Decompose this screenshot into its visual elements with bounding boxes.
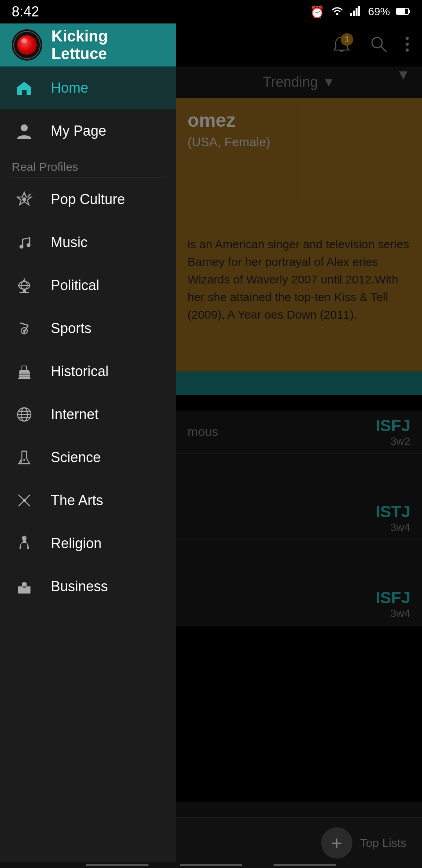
political-label: Political [51, 277, 99, 294]
historical-label: Historical [51, 363, 109, 380]
internet-label: Internet [51, 406, 98, 423]
status-bar: 8:42 ⏰ 69% [0, 0, 422, 23]
sidebar-item-business[interactable]: Business [0, 565, 176, 608]
nav-indicator-1 [86, 864, 148, 866]
bottom-nav-bar [0, 862, 422, 868]
pop-culture-label: Pop Culture [51, 191, 125, 208]
nav-indicator-3 [274, 864, 336, 866]
internet-icon [12, 402, 37, 427]
sports-icon [12, 316, 37, 341]
svg-rect-31 [19, 371, 30, 378]
status-icons: ⏰ 69% [310, 5, 410, 19]
svg-point-45 [23, 459, 25, 461]
sidebar-item-internet[interactable]: Internet [0, 393, 176, 436]
svg-rect-7 [397, 9, 405, 14]
svg-rect-3 [356, 8, 358, 16]
svg-line-27 [20, 323, 28, 325]
sidebar-item-political[interactable]: Political [0, 264, 176, 307]
status-time: 8:42 [12, 4, 39, 20]
sidebar-item-the-arts[interactable]: The Arts [0, 479, 176, 522]
sidebar-item-pop-culture[interactable]: Pop Culture [0, 178, 176, 221]
home-label: Home [51, 80, 88, 96]
business-icon [12, 574, 37, 599]
svg-point-48 [23, 499, 26, 502]
real-profiles-section: Real Profiles [0, 152, 176, 178]
music-icon [12, 230, 37, 255]
religion-icon [12, 531, 37, 556]
pop-culture-icon [12, 187, 37, 212]
the-arts-label: The Arts [51, 492, 103, 509]
svg-rect-52 [23, 586, 26, 588]
svg-rect-4 [358, 6, 360, 16]
business-label: Business [51, 578, 108, 595]
svg-point-19 [27, 243, 30, 247]
my-page-label: My Page [51, 123, 106, 139]
svg-point-18 [20, 245, 23, 249]
my-page-icon [12, 118, 37, 143]
svg-rect-2 [353, 11, 355, 16]
svg-point-0 [336, 13, 338, 15]
nav-indicator-2 [180, 864, 242, 866]
svg-point-13 [21, 124, 28, 131]
sidebar-item-home[interactable]: Home [0, 66, 176, 109]
signal-icon [350, 5, 362, 19]
historical-icon [12, 359, 37, 384]
wifi-icon [331, 5, 344, 19]
svg-rect-21 [20, 292, 29, 293]
religion-label: Religion [51, 535, 102, 552]
sidebar-item-sports[interactable]: Sports [0, 307, 176, 350]
sidebar-item-science[interactable]: Science [0, 436, 176, 479]
battery-text: 69% [368, 5, 390, 18]
svg-point-44 [20, 460, 22, 463]
political-icon [12, 273, 37, 298]
alarm-icon: ⏰ [310, 5, 324, 19]
navigation-drawer: Kicking Lettuce Home My Page Real Profil… [0, 23, 176, 868]
svg-rect-1 [350, 13, 352, 16]
sports-label: Sports [51, 320, 91, 337]
svg-point-15 [22, 197, 26, 201]
music-label: Music [51, 234, 88, 251]
the-arts-icon [12, 488, 37, 513]
svg-point-30 [23, 330, 25, 332]
sidebar-item-my-page[interactable]: My Page [0, 109, 176, 152]
home-icon [12, 75, 37, 100]
battery-icon [396, 5, 410, 18]
sidebar-item-religion[interactable]: Religion [0, 522, 176, 565]
app-name: Kicking Lettuce [52, 27, 165, 63]
svg-rect-34 [18, 378, 30, 379]
svg-rect-6 [408, 10, 410, 13]
sidebar-item-music[interactable]: Music [0, 221, 176, 264]
science-label: Science [51, 449, 101, 466]
sidebar-item-historical[interactable]: Historical [0, 350, 176, 393]
science-icon [12, 445, 37, 470]
app-logo [12, 29, 42, 61]
svg-line-17 [28, 194, 30, 196]
drawer-header: Kicking Lettuce [0, 23, 176, 66]
